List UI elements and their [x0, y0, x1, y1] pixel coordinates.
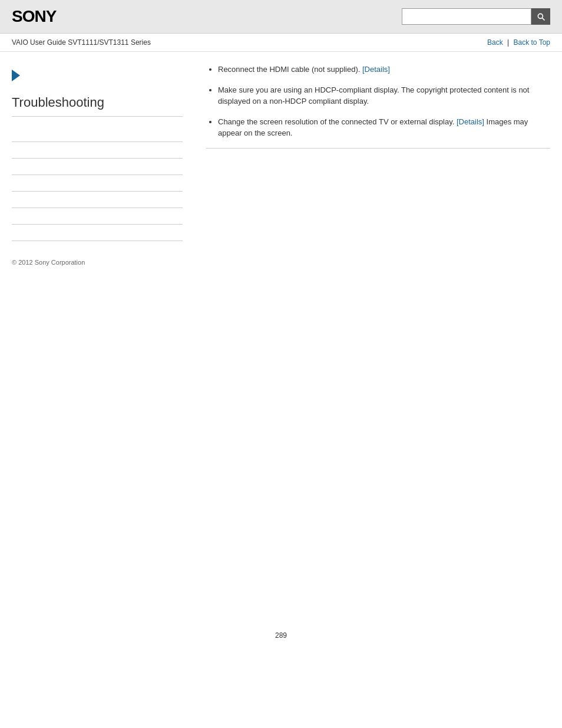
- list-item-1: Reconnect the HDMI cable (not supplied).…: [218, 64, 550, 75]
- list-item-3: Change the screen resolution of the conn…: [218, 116, 550, 139]
- content-list: Reconnect the HDMI cable (not supplied).…: [206, 64, 550, 139]
- nav-bar: VAIO User Guide SVT1111/SVT1311 Series B…: [0, 34, 562, 52]
- bullet2-text: Make sure you are using an HDCP-complian…: [218, 85, 529, 106]
- header-search-area: [402, 8, 550, 25]
- content-area: Reconnect the HDMI cable (not supplied).…: [194, 64, 550, 266]
- nav-links: Back | Back to Top: [487, 38, 550, 47]
- list-item: [12, 175, 183, 192]
- nav-separator: |: [507, 38, 511, 47]
- page-number: 289: [275, 631, 287, 640]
- page-header: SONY: [0, 0, 562, 34]
- bullet1-text: Reconnect the HDMI cable (not supplied).: [218, 65, 362, 74]
- sidebar: Troubleshooting © 2012 Sony Corporation: [12, 64, 194, 266]
- guide-title: VAIO User Guide SVT1111/SVT1311 Series: [12, 38, 151, 47]
- bullet1-details-link[interactable]: [Details]: [362, 65, 390, 74]
- list-item: [12, 126, 183, 142]
- list-item: [12, 192, 183, 208]
- bullet3-text: Change the screen resolution of the conn…: [218, 117, 457, 126]
- copyright: © 2012 Sony Corporation: [12, 259, 183, 266]
- sony-logo: SONY: [12, 7, 56, 26]
- list-item: [12, 208, 183, 225]
- search-icon: [536, 12, 546, 21]
- bullet3-details-link[interactable]: [Details]: [457, 117, 484, 126]
- content-divider: [206, 148, 550, 149]
- back-to-top-link[interactable]: Back to Top: [514, 38, 550, 47]
- sidebar-nav: [12, 126, 183, 241]
- main-content: Troubleshooting © 2012 Sony Corporation …: [0, 52, 562, 278]
- search-input[interactable]: [402, 8, 531, 25]
- search-button[interactable]: [531, 8, 550, 25]
- sidebar-title: Troubleshooting: [12, 95, 183, 117]
- chevron-right-icon: [12, 70, 20, 81]
- list-item-2: Make sure you are using an HDCP-complian…: [218, 84, 550, 107]
- list-item: [12, 225, 183, 241]
- list-item: [12, 159, 183, 175]
- list-item: [12, 142, 183, 159]
- page-footer: 289: [0, 631, 562, 651]
- back-link[interactable]: Back: [487, 38, 503, 47]
